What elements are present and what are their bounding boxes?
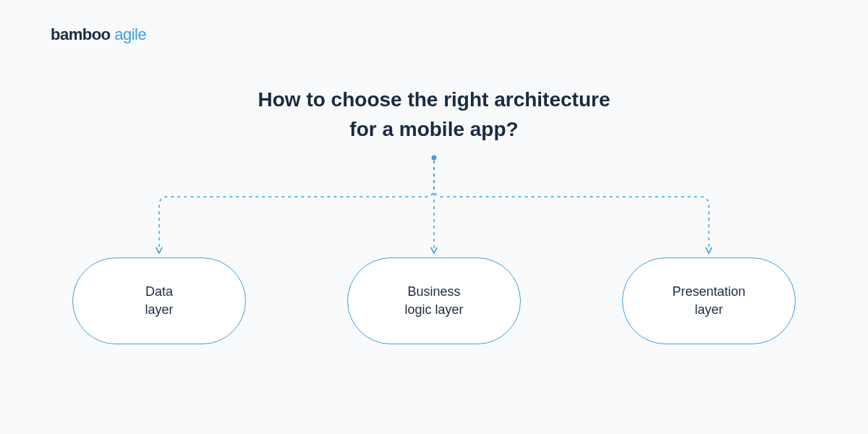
brand-word1: bamboo [51, 25, 111, 43]
brand-word2: agile [114, 25, 146, 43]
node-row: Data layer Business logic layer Presenta… [0, 258, 868, 344]
svg-point-0 [432, 156, 437, 161]
node-business-logic-layer: Business logic layer [347, 258, 521, 344]
diagram-title: How to choose the right architecture for… [0, 85, 868, 144]
title-line-2: for a mobile app? [349, 118, 518, 140]
connector-lines [0, 0, 868, 434]
brand-logo: bamboo agile [51, 25, 146, 44]
node-presentation-layer: Presentation layer [622, 258, 796, 344]
title-line-1: How to choose the right architecture [258, 88, 610, 111]
node-data-layer: Data layer [72, 258, 246, 344]
